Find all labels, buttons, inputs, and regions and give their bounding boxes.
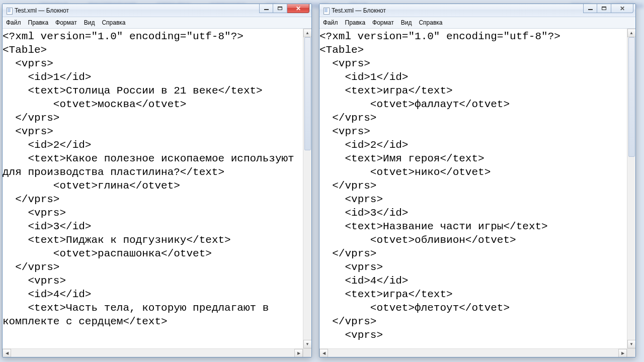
- menu-file[interactable]: Файл: [319, 17, 342, 28]
- scroll-down-button[interactable]: ▼: [303, 340, 312, 348]
- minimize-button[interactable]: [259, 4, 273, 13]
- menu-edit[interactable]: Правка: [342, 17, 369, 28]
- titlebar[interactable]: Test.xml — Блокнот ✕: [319, 4, 635, 17]
- maximize-button[interactable]: [597, 4, 611, 13]
- close-button[interactable]: ✕: [611, 4, 633, 13]
- menu-file[interactable]: Файл: [3, 17, 25, 28]
- menu-edit[interactable]: Правка: [25, 17, 52, 28]
- minimize-button[interactable]: [583, 4, 597, 13]
- notepad-window-left: Test.xml — Блокнот ✕ Файл Правка Формат …: [2, 4, 312, 357]
- vertical-scrollbar[interactable]: ▲ ▼: [303, 29, 311, 348]
- maximize-button[interactable]: [273, 4, 287, 13]
- scroll-right-button[interactable]: ▶: [618, 349, 627, 357]
- scroll-track[interactable]: [303, 37, 311, 340]
- menu-view[interactable]: Вид: [397, 17, 416, 28]
- scroll-left-button[interactable]: ◀: [3, 349, 11, 357]
- horizontal-scrollbar[interactable]: ◀ ▶: [319, 348, 635, 357]
- scroll-up-button[interactable]: ▲: [303, 29, 312, 37]
- vertical-scrollbar[interactable]: ▲ ▼: [627, 29, 635, 348]
- menu-format[interactable]: Формат: [52, 17, 80, 28]
- horizontal-scrollbar[interactable]: ◀ ▶: [3, 348, 311, 357]
- text-editor-content[interactable]: <?xml version="1.0" encoding="utf-8"?> <…: [319, 29, 627, 348]
- scroll-down-button[interactable]: ▼: [627, 340, 636, 348]
- menu-help[interactable]: Справка: [98, 17, 129, 28]
- menubar: Файл Правка Формат Вид Справка: [3, 17, 311, 29]
- titlebar[interactable]: Test.xml — Блокнот ✕: [3, 4, 311, 17]
- menu-help[interactable]: Справка: [415, 17, 446, 28]
- menu-view[interactable]: Вид: [80, 17, 99, 28]
- scroll-thumb[interactable]: [628, 37, 635, 157]
- text-editor-content[interactable]: <?xml version="1.0" encoding="utf-8"?> <…: [3, 29, 303, 348]
- scroll-thumb[interactable]: [304, 37, 311, 150]
- close-button[interactable]: ✕: [287, 4, 309, 13]
- scroll-up-button[interactable]: ▲: [627, 29, 636, 37]
- scroll-right-button[interactable]: ▶: [294, 349, 303, 357]
- menu-format[interactable]: Формат: [369, 17, 397, 28]
- menubar: Файл Правка Формат Вид Справка: [319, 17, 635, 29]
- scroll-left-button[interactable]: ◀: [319, 349, 328, 357]
- document-icon: [6, 7, 13, 14]
- document-icon: [323, 7, 330, 14]
- scroll-track[interactable]: [627, 37, 635, 340]
- window-title: Test.xml — Блокнот: [332, 7, 386, 14]
- window-title: Test.xml — Блокнот: [15, 7, 69, 14]
- notepad-window-right: Test.xml — Блокнот ✕ Файл Правка Формат …: [319, 4, 636, 357]
